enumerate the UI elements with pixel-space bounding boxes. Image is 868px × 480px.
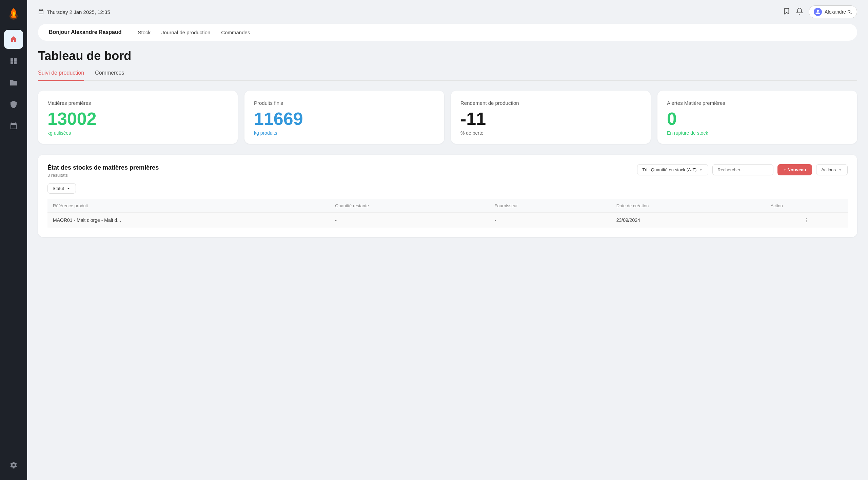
row-action-menu[interactable]: ⋮ [765,213,848,228]
stock-header: État des stocks de matières premières 3 … [47,164,848,178]
kpi-label-1: Produits finis [254,100,435,106]
sidebar-item-shield[interactable] [4,95,23,114]
sidebar [0,0,27,480]
table-row: MAOR01 - Malt d'orge - Malt d... - - 23/… [47,213,848,228]
kpi-sub-3: En rupture de stock [667,130,848,136]
bell-icon[interactable] [796,7,803,16]
kpi-rendement: Rendement de production -11 % de perte [451,91,651,144]
sidebar-item-grid[interactable] [4,52,23,71]
cell-ref: MAOR01 - Malt d'orge - Malt d... [47,213,330,228]
kpi-label-2: Rendement de production [460,100,641,106]
kpi-matieres-premieres: Matières premières 13002 kg utilisées [38,91,238,144]
filter-chevron-icon [66,186,71,191]
calendar-icon [38,9,44,15]
col-action: Action [765,199,848,213]
table-body: MAOR01 - Malt d'orge - Malt d... - - 23/… [47,213,848,228]
tab-commerces[interactable]: Commerces [95,70,124,81]
main-area: Thursday 2 Jan 2025, 12:35 Alexandre R. … [27,0,868,480]
new-button-label: + Nouveau [784,167,806,172]
col-date: Date de création [611,199,765,213]
cell-qty: - [330,213,489,228]
col-supplier: Fournisseur [489,199,611,213]
sort-label: Tri : Quantité en stock (A-Z) [642,167,696,172]
welcome-nav: Stock Journal de production Commandes [138,30,250,35]
nav-commandes[interactable]: Commandes [221,30,250,35]
nav-stock[interactable]: Stock [138,30,151,35]
stock-section: État des stocks de matières premières 3 … [38,155,857,237]
kpi-sub-2: % de perte [460,130,641,136]
stock-count: 3 résultats [47,173,159,178]
chevron-down-icon [698,168,703,172]
kpi-value-0: 13002 [47,110,228,128]
kpi-label-0: Matières premières [47,100,228,106]
cell-date: 23/09/2024 [611,213,765,228]
stock-table: Référence produit Quantité restante Four… [47,199,848,228]
sidebar-item-calendar[interactable] [4,117,23,136]
sidebar-item-home[interactable] [4,30,23,49]
welcome-bar: Bonjour Alexandre Raspaud Stock Journal … [38,24,857,41]
content-area: Bonjour Alexandre Raspaud Stock Journal … [27,24,868,480]
tabs: Suivi de production Commerces [38,70,857,81]
user-name: Alexandre R. [825,9,852,15]
sidebar-item-settings[interactable] [4,456,23,475]
topbar-actions: Alexandre R. [783,5,857,18]
cell-supplier: - [489,213,611,228]
kpi-sub-0: kg utilisées [47,130,228,136]
kpi-value-3: 0 [667,110,848,128]
nav-journal[interactable]: Journal de production [161,30,210,35]
kpi-produits-finis: Produits finis 11669 kg produits [244,91,444,144]
actions-button[interactable]: Actions [816,164,848,175]
sidebar-item-folder[interactable] [4,73,23,92]
table-header: Référence produit Quantité restante Four… [47,199,848,213]
page-title: Tableau de bord [38,49,857,63]
welcome-greeting: Bonjour Alexandre Raspaud [49,29,122,35]
search-input[interactable] [712,164,773,175]
date-display: Thursday 2 Jan 2025, 12:35 [38,9,110,15]
col-qty: Quantité restante [330,199,489,213]
stock-title-area: État des stocks de matières premières 3 … [47,164,159,178]
new-button[interactable]: + Nouveau [777,164,812,175]
sort-button[interactable]: Tri : Quantité en stock (A-Z) [637,164,708,175]
tab-suivi-production[interactable]: Suivi de production [38,70,84,81]
statut-filter-button[interactable]: Statut [47,183,76,194]
stock-title: État des stocks de matières premières [47,164,159,171]
stock-controls: Tri : Quantité en stock (A-Z) + Nouveau … [637,164,848,175]
col-ref: Référence produit [47,199,330,213]
actions-button-label: Actions [821,167,836,172]
statut-filter-label: Statut [53,186,64,191]
kpi-label-3: Alertes Matière premières [667,100,848,106]
date-text: Thursday 2 Jan 2025, 12:35 [47,9,110,15]
user-avatar [814,8,822,16]
actions-chevron-icon [838,168,843,172]
kpi-value-2: -11 [460,110,641,128]
bookmark-icon[interactable] [783,7,790,16]
kpi-alertes: Alertes Matière premières 0 En rupture d… [657,91,857,144]
filter-row: Statut [47,183,848,194]
kpi-grid: Matières premières 13002 kg utilisées Pr… [38,91,857,144]
user-badge[interactable]: Alexandre R. [809,5,857,18]
kpi-sub-1: kg produits [254,130,435,136]
logo [5,5,22,22]
kpi-value-1: 11669 [254,110,435,128]
topbar: Thursday 2 Jan 2025, 12:35 Alexandre R. [27,0,868,24]
